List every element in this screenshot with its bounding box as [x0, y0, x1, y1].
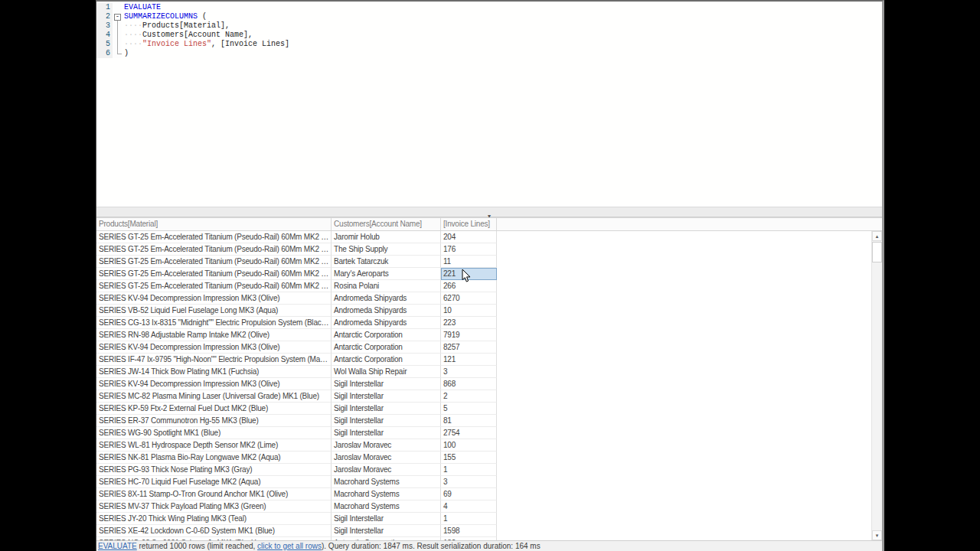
- cell-material[interactable]: SERIES ER-37 Communotron Hg-55 MK3 (Blue…: [96, 415, 332, 427]
- cell-invoice-lines[interactable]: 1: [441, 464, 497, 476]
- cell-customer[interactable]: Sigil Interstellar: [332, 390, 441, 403]
- cell-customer[interactable]: Antarctic Corporation: [332, 329, 441, 341]
- cell-material[interactable]: SERIES GT-25 Em-Accelerated Titanium (Ps…: [96, 256, 332, 268]
- cell-invoice-lines[interactable]: 176: [441, 243, 497, 256]
- cell-material[interactable]: SERIES JY-20 Thick Wing Plating MK3 (Tea…: [96, 513, 332, 525]
- table-row: SERIES GT-25 Em-Accelerated Titanium (Ps…: [96, 256, 871, 268]
- column-header[interactable]: [Invoice Lines]: [441, 218, 497, 230]
- cell-customer[interactable]: Antarctic Corporation: [332, 354, 441, 366]
- cell-invoice-lines[interactable]: 69: [441, 488, 497, 500]
- cell-customer[interactable]: Jaroslav Moravec: [332, 439, 441, 452]
- cell-invoice-lines[interactable]: 4: [441, 500, 497, 513]
- cell-invoice-lines[interactable]: 868: [441, 378, 497, 390]
- cell-customer[interactable]: Andromeda Shipyards: [332, 292, 441, 305]
- cell-material[interactable]: SERIES JW-14 Thick Bow Plating MK1 (Fuch…: [96, 366, 332, 378]
- cell-customer[interactable]: Macrohard Systems: [332, 476, 441, 488]
- cell-invoice-lines[interactable]: 11: [441, 256, 497, 268]
- cell-invoice-lines[interactable]: 3: [441, 366, 497, 378]
- cell-material[interactable]: SERIES NK-81 Plasma Bio-Ray Longwave MK2…: [96, 452, 332, 464]
- column-header[interactable]: Products[Material]: [96, 218, 332, 230]
- cell-customer[interactable]: Sigil Interstellar: [332, 513, 441, 525]
- cell-material[interactable]: SERIES KP-59 Ftx-2 External Fuel Duct MK…: [96, 403, 332, 415]
- cell-material[interactable]: SERIES MV-37 Thick Payload Plating MK3 (…: [96, 500, 332, 513]
- code-line[interactable]: 6): [96, 49, 882, 58]
- code-line[interactable]: 2-SUMMARIZECOLUMNS (: [96, 12, 882, 21]
- cell-customer[interactable]: The Ship Supply: [332, 243, 441, 256]
- cell-customer[interactable]: Macrohard Systems: [332, 500, 441, 513]
- cell-customer[interactable]: Jaroslav Moravec: [332, 464, 441, 476]
- cell-material[interactable]: SERIES MC-82 Plasma Mining Laser (Univer…: [96, 390, 332, 403]
- cell-invoice-lines[interactable]: 81: [441, 415, 497, 427]
- column-header[interactable]: Customers[Account Name]: [332, 218, 441, 230]
- cell-material[interactable]: SERIES WL-81 Hydrospace Depth Sensor MK2…: [96, 439, 332, 452]
- cell-customer[interactable]: Sigil Interstellar: [332, 427, 441, 439]
- cell-material[interactable]: SERIES RN-98 Adjustable Ramp Intake MK2 …: [96, 329, 332, 341]
- cell-material[interactable]: SERIES VB-52 Liquid Fuel Fuselage Long M…: [96, 305, 332, 317]
- cell-material[interactable]: SERIES 8X-11 Stamp-O-Tron Ground Anchor …: [96, 488, 332, 500]
- cell-material[interactable]: SERIES HC-70 Liquid Fuel Fuselage MK2 (A…: [96, 476, 332, 488]
- cell-customer[interactable]: Sigil Interstellar: [332, 378, 441, 390]
- query-editor[interactable]: 1EVALUATE2-SUMMARIZECOLUMNS (3····Produc…: [96, 2, 882, 207]
- code-line[interactable]: 4····Customers[Account Name],: [96, 31, 882, 40]
- cell-material[interactable]: SERIES GT-25 Em-Accelerated Titanium (Ps…: [96, 268, 332, 280]
- cell-invoice-lines[interactable]: 221: [441, 268, 497, 280]
- cell-material[interactable]: SERIES KV-94 Decompression Impression MK…: [96, 341, 332, 354]
- scrollbar-thumb[interactable]: [872, 242, 882, 262]
- cell-material[interactable]: SERIES GT-25 Em-Accelerated Titanium (Ps…: [96, 231, 332, 243]
- cell-invoice-lines[interactable]: 2: [441, 390, 497, 403]
- cell-invoice-lines[interactable]: 8257: [441, 341, 497, 354]
- status-get-all-rows-link[interactable]: click to get all rows: [257, 542, 322, 550]
- table-row: SERIES KV-94 Decompression Impression MK…: [96, 378, 871, 390]
- cell-customer[interactable]: Jaroslav Moravec: [332, 452, 441, 464]
- cell-invoice-lines[interactable]: 10: [441, 305, 497, 317]
- vertical-scrollbar[interactable]: ▴ ▾: [871, 231, 882, 540]
- line-number: 6: [96, 49, 113, 58]
- code-line[interactable]: 3····Products[Material],: [96, 21, 882, 31]
- cell-invoice-lines[interactable]: 6270: [441, 292, 497, 305]
- scroll-up-icon[interactable]: ▴: [872, 231, 882, 241]
- cell-material[interactable]: SERIES WG-90 Spotlight MK1 (Blue): [96, 427, 332, 439]
- status-evaluate-link[interactable]: EVALUATE: [98, 542, 137, 550]
- cell-material[interactable]: SERIES IF-47 Ix-9795 "High-Noon"" Electr…: [96, 354, 332, 366]
- cell-customer[interactable]: Wol Walla Ship Repair: [332, 366, 441, 378]
- cell-material[interactable]: SERIES KV-94 Decompression Impression MK…: [96, 292, 332, 305]
- table-row: SERIES WL-81 Hydrospace Depth Sensor MK2…: [96, 439, 871, 452]
- cell-material[interactable]: SERIES XE-42 Lockdown C-0-6D System MK1 …: [96, 525, 332, 537]
- cell-customer[interactable]: Andromeda Shipyards: [332, 317, 441, 329]
- table-row: SERIES CG-13 Ix-8315 "Midnight"" Electri…: [96, 317, 871, 329]
- cell-invoice-lines[interactable]: 204: [441, 231, 497, 243]
- cell-customer[interactable]: Sigil Interstellar: [332, 525, 441, 537]
- cell-customer[interactable]: Macrohard Systems: [332, 488, 441, 500]
- cell-invoice-lines[interactable]: 266: [441, 280, 497, 292]
- cell-customer[interactable]: Andromeda Shipyards: [332, 305, 441, 317]
- cell-customer[interactable]: Rosina Polani: [332, 280, 441, 292]
- cell-invoice-lines[interactable]: 1598: [441, 525, 497, 537]
- cell-material[interactable]: SERIES GT-25 Em-Accelerated Titanium (Ps…: [96, 280, 332, 292]
- cell-material[interactable]: SERIES KV-94 Decompression Impression MK…: [96, 378, 332, 390]
- table-row: SERIES IF-47 Ix-9795 "High-Noon"" Electr…: [96, 354, 871, 366]
- cell-customer[interactable]: Sigil Interstellar: [332, 415, 441, 427]
- cell-invoice-lines[interactable]: 2754: [441, 427, 497, 439]
- fold-margin: [113, 3, 122, 12]
- cell-customer[interactable]: Sigil Interstellar: [332, 403, 441, 415]
- cell-invoice-lines[interactable]: 155: [441, 452, 497, 464]
- cell-customer[interactable]: Mary's Aeroparts: [332, 268, 441, 280]
- fold-collapse-icon[interactable]: -: [114, 14, 121, 21]
- cell-material[interactable]: SERIES CG-13 Ix-8315 "Midnight"" Electri…: [96, 317, 332, 329]
- cell-invoice-lines[interactable]: 1: [441, 513, 497, 525]
- cell-customer[interactable]: Bartek Tatarczuk: [332, 256, 441, 268]
- cell-material[interactable]: SERIES GT-25 Em-Accelerated Titanium (Ps…: [96, 243, 332, 256]
- cell-invoice-lines[interactable]: 100: [441, 439, 497, 452]
- scroll-down-icon[interactable]: ▾: [872, 530, 882, 540]
- cell-customer[interactable]: Jaromir Holub: [332, 231, 441, 243]
- cell-customer[interactable]: Antarctic Corporation: [332, 341, 441, 354]
- cell-material[interactable]: SERIES PG-93 Thick Nose Plating MK3 (Gra…: [96, 464, 332, 476]
- cell-invoice-lines[interactable]: 121: [441, 354, 497, 366]
- pane-splitter[interactable]: ▾: [96, 207, 882, 217]
- cell-invoice-lines[interactable]: 3: [441, 476, 497, 488]
- code-line[interactable]: 5····"Invoice Lines", [Invoice Lines]: [96, 40, 882, 49]
- cell-invoice-lines[interactable]: 7919: [441, 329, 497, 341]
- code-line[interactable]: 1EVALUATE: [96, 3, 882, 12]
- cell-invoice-lines[interactable]: 223: [441, 317, 497, 329]
- cell-invoice-lines[interactable]: 5: [441, 403, 497, 415]
